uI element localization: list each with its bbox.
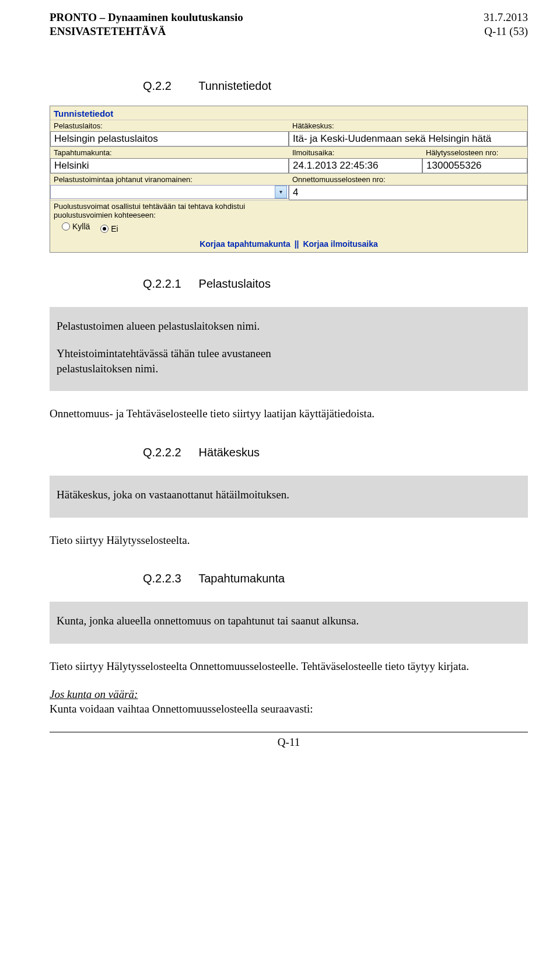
label-halytysseloste-nro: Hälytysselosteen nro: <box>422 147 527 158</box>
chevron-down-icon: ▾ <box>275 186 287 198</box>
paragraph-text: Kunta voidaan vaihtaa Onnettomuusseloste… <box>50 703 313 715</box>
info-text: Yhteistoimintatehtävässä tähän tulee avu… <box>57 346 313 376</box>
radio-ei[interactable]: Ei <box>100 224 118 233</box>
paragraph-wrong-kunta: Jos kunta on väärä: Kunta voidaan vaihta… <box>50 687 528 717</box>
heading-num: Q.2.2.1 <box>143 277 195 291</box>
label-ilmoitusaika: Ilmoitusaika: <box>289 147 422 158</box>
label-onnettomuus-nro: Onnettomuusselosteen nro: <box>289 174 527 185</box>
heading-q222: Q.2.2.2 Hätäkeskus <box>50 446 528 459</box>
info-block-pelastuslaitos: Pelastustoimen alueen pelastuslaitoksen … <box>50 307 528 392</box>
form-title: Tunnistetiedot <box>50 106 527 120</box>
label-tapahtumakunta: Tapahtumakunta: <box>50 147 289 158</box>
heading-text: Tunnistetiedot <box>198 79 271 92</box>
footer-page: Q-11 <box>50 732 528 749</box>
heading-q221: Q.2.2.1 Pelastuslaitos <box>50 277 528 291</box>
link-separator: || <box>295 239 299 249</box>
doc-page-ref: Q-11 (53) <box>484 25 528 39</box>
heading-num: Q.2.2 <box>143 79 195 93</box>
info-text: Hätäkeskus, joka on vastaanottanut hätäi… <box>57 487 521 502</box>
select-viranomainen[interactable]: ▾ <box>50 185 289 199</box>
doc-title-1: PRONTO – Dynaaminen koulutuskansio <box>50 11 243 25</box>
input-hatakeskus[interactable] <box>289 131 527 146</box>
input-onnettomuus-nro[interactable] <box>289 185 527 200</box>
radio-icon <box>62 222 70 231</box>
radio-kylla[interactable]: Kyllä <box>62 222 90 231</box>
label-puolustus-1: Puolustusvoimat osallistui tehtävään tai… <box>50 201 527 211</box>
radio-icon <box>100 225 108 233</box>
emphasis-text: Jos kunta on väärä: <box>50 688 138 700</box>
input-pelastuslaitos[interactable] <box>50 131 289 146</box>
info-block-tapahtumakunta: Kunta, jonka alueella onnettomuus on tap… <box>50 602 528 644</box>
heading-text: Tapahtumakunta <box>198 572 285 585</box>
link-korjaa-tapahtumakunta[interactable]: Korjaa tapahtumakunta <box>200 239 290 249</box>
info-text: Pelastustoimen alueen pelastuslaitoksen … <box>57 319 521 334</box>
info-block-hatakeskus: Hätäkeskus, joka on vastaanottanut hätäi… <box>50 476 528 518</box>
info-text: Kunta, jonka alueella onnettomuus on tap… <box>57 613 521 629</box>
label-viranomainen: Pelastustoimintaa johtanut viranomainen: <box>50 174 289 185</box>
heading-q223: Q.2.2.3 Tapahtumakunta <box>50 572 528 585</box>
heading-text: Hätäkeskus <box>199 446 260 459</box>
paragraph: Tieto siirtyy Hälytysselosteelta Onnetto… <box>50 659 528 674</box>
heading-num: Q.2.2.2 <box>143 446 195 459</box>
label-pelastuslaitos: Pelastuslaitos: <box>50 120 289 131</box>
heading-num: Q.2.2.3 <box>143 572 195 585</box>
paragraph: Onnettomuus- ja Tehtäväselosteelle tieto… <box>50 406 528 421</box>
heading-text: Pelastuslaitos <box>199 277 271 290</box>
input-ilmoitusaika[interactable] <box>289 158 422 173</box>
doc-date: 31.7.2013 <box>484 11 528 25</box>
paragraph: Tieto siirtyy Hälytysselosteelta. <box>50 533 528 548</box>
doc-title-2: ENSIVASTETEHTÄVÄ <box>50 25 243 39</box>
input-halytysseloste-nro[interactable] <box>422 158 527 173</box>
label-puolustus-2: puolustusvoimien kohteeseen: <box>50 211 527 221</box>
label-hatakeskus: Hätäkeskus: <box>289 120 527 131</box>
form-tunnistetiedot: Tunnistetiedot Pelastuslaitos: Hätäkesku… <box>50 106 528 253</box>
link-korjaa-ilmoitusaika[interactable]: Korjaa ilmoitusaika <box>303 239 377 249</box>
page-header: PRONTO – Dynaaminen koulutuskansio ENSIV… <box>50 11 528 39</box>
input-tapahtumakunta[interactable] <box>50 158 289 173</box>
heading-q22: Q.2.2 Tunnistetiedot <box>50 79 528 93</box>
radio-ei-label: Ei <box>111 224 118 233</box>
radio-kylla-label: Kyllä <box>72 222 90 231</box>
